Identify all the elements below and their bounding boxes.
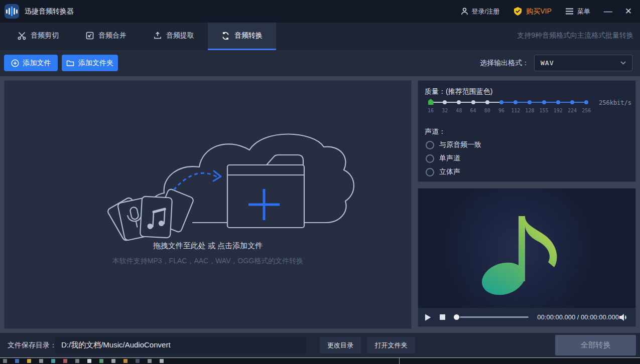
quality-tick-label: 80 <box>480 108 494 113</box>
quality-label: 质量：(推荐范围蓝色) <box>425 87 492 96</box>
tab-audio-merge[interactable]: 音频合并 <box>72 23 140 50</box>
playback-time: 00:00:00.000 / 00:00:00.000 <box>537 313 619 321</box>
player-bar: 00:00:00.000 / 00:00:00.000 <box>418 308 635 326</box>
quality-slider-stop[interactable] <box>528 100 532 104</box>
titlebar: 迅捷音频转换器 登录/注册 购买VIP 菜单 <box>0 0 640 23</box>
quality-tick-label: 256 <box>579 108 593 113</box>
taskbar-icon-hint <box>87 359 91 363</box>
radio-label: 单声道 <box>439 154 460 163</box>
change-dir-button[interactable]: 更改目录 <box>320 337 361 353</box>
save-dir-label: 文件保存目录： <box>8 341 57 350</box>
taskbar-icon-hint <box>75 359 79 363</box>
preview-panel: 00:00:00.000 / 00:00:00.000 <box>418 188 636 327</box>
dropzone-subtitle: 本软件支持MP3，FLAC，AAC，WAV，OGG格式的文件转换 <box>5 257 411 266</box>
buy-vip-button[interactable]: 购买VIP <box>513 7 552 16</box>
file-drop-area[interactable]: 拖拽文件至此处 或 点击添加文件 本软件支持MP3，FLAC，AAC，WAV，O… <box>4 80 412 329</box>
taskbar-icon-hint <box>3 359 7 363</box>
tab-audio-cut[interactable]: 音频剪切 <box>4 23 72 50</box>
quality-slider-handle[interactable] <box>428 99 434 105</box>
radio-channel-stereo[interactable]: 立体声 <box>426 167 460 176</box>
tab-label: 音频提取 <box>166 31 194 40</box>
app-title: 迅捷音频转换器 <box>25 7 74 16</box>
login-register-button[interactable]: 登录/注册 <box>461 7 500 16</box>
quality-slider-stop[interactable] <box>485 100 489 104</box>
menu-button[interactable]: 菜单 <box>565 7 590 16</box>
taskbar-icon-hint <box>63 359 67 363</box>
quality-slider-stop[interactable] <box>584 100 588 104</box>
quality-slider-stop[interactable] <box>443 100 447 104</box>
menu-label: 菜单 <box>577 7 590 16</box>
add-folder-label: 添加文件夹 <box>78 59 113 68</box>
output-settings-panel: 质量：(推荐范围蓝色) 256kbit/s 163248648096112128… <box>418 80 636 182</box>
preview-artwork <box>418 189 635 308</box>
quality-tick-label: 16 <box>424 108 438 113</box>
channel-label: 声道： <box>425 127 446 136</box>
radio-channel-original[interactable]: 与原音频一致 <box>426 140 481 149</box>
quality-slider-stop[interactable] <box>499 100 503 104</box>
seek-thumb[interactable] <box>454 314 459 320</box>
seek-slider[interactable] <box>455 316 529 318</box>
taskbar-strip <box>0 357 640 364</box>
quality-tick-label: 32 <box>438 108 452 113</box>
quality-slider-track-grey <box>431 102 501 103</box>
output-format-value: WAV <box>541 59 554 67</box>
quality-tick-label: 64 <box>466 108 480 113</box>
open-folder-button[interactable]: 打开文件夹 <box>367 337 415 353</box>
play-button[interactable] <box>425 313 431 321</box>
convert-all-button[interactable]: 全部转换 <box>555 335 636 355</box>
quality-slider-stop[interactable] <box>570 100 574 104</box>
save-dir-input[interactable] <box>55 337 306 353</box>
quality-slider-stop[interactable] <box>556 100 560 104</box>
chevron-down-icon <box>620 61 626 65</box>
stop-button[interactable] <box>440 314 445 320</box>
convert-icon <box>221 32 230 40</box>
taskbar-icon-hint <box>111 359 115 363</box>
volume-button[interactable] <box>619 313 629 321</box>
scissors-icon <box>18 32 26 40</box>
quality-ticks: 163248648096112128155192224256 <box>425 108 598 115</box>
dropzone-title: 拖拽文件至此处 或 点击添加文件 <box>5 241 411 251</box>
app-logo-icon <box>5 4 19 19</box>
merge-icon <box>86 32 94 40</box>
buy-vip-label: 购买VIP <box>526 7 552 16</box>
toolbar: 添加文件 添加文件夹 选择输出格式： WAV <box>0 50 640 76</box>
folder-icon <box>66 60 74 67</box>
music-file-card <box>140 196 172 238</box>
quality-slider-stop[interactable] <box>457 100 461 104</box>
music-note-graphic <box>472 199 583 299</box>
quality-value: 256kbit/s <box>599 99 631 106</box>
quality-slider-stop[interactable] <box>514 100 518 104</box>
quality-slider-stop[interactable] <box>542 100 546 104</box>
quality-slider-stop[interactable] <box>471 100 475 104</box>
change-dir-label: 更改目录 <box>327 341 353 350</box>
taskbar-icon-hint <box>136 359 140 363</box>
quality-tick-label: 192 <box>551 108 565 113</box>
radio-icon <box>426 168 434 176</box>
user-icon <box>461 8 468 15</box>
radio-channel-mono[interactable]: 单声道 <box>426 154 460 163</box>
minimize-button[interactable]: — <box>604 7 612 16</box>
tab-label: 音频剪切 <box>31 31 59 40</box>
output-format-label: 选择输出格式： <box>480 59 529 68</box>
radio-label: 立体声 <box>439 167 460 176</box>
vip-badge-icon <box>513 7 523 16</box>
quality-tick-label: 224 <box>565 108 579 113</box>
output-format-dropdown[interactable]: WAV <box>534 55 632 71</box>
quality-tick-label: 48 <box>452 108 466 113</box>
folder-graphic <box>227 155 304 228</box>
quality-slider[interactable] <box>425 99 598 106</box>
bottombar: 文件保存目录： 更改目录 打开文件夹 全部转换 <box>0 333 640 357</box>
taskbar-icon-hint <box>15 359 19 363</box>
tab-audio-convert[interactable]: 音频转换 <box>208 23 276 50</box>
close-button[interactable]: ✕ <box>625 7 632 16</box>
quality-tick-label: 128 <box>523 108 537 113</box>
tab-audio-extract[interactable]: 音频提取 <box>140 23 208 50</box>
taskbar-icon-hint <box>51 359 55 363</box>
plus-circle-icon <box>11 59 19 67</box>
quality-tick-label: 155 <box>537 108 551 113</box>
taskbar-icon-hint <box>160 359 164 363</box>
speaker-icon <box>619 313 629 321</box>
add-file-button[interactable]: 添加文件 <box>4 55 58 71</box>
add-folder-button[interactable]: 添加文件夹 <box>62 55 118 71</box>
dropzone-illustration <box>5 81 412 331</box>
